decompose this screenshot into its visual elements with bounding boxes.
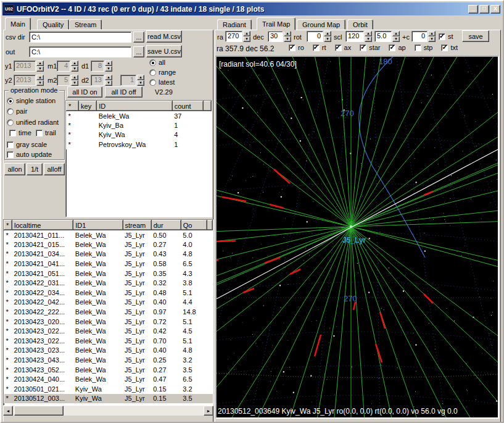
column-header[interactable]: stream <box>123 220 151 230</box>
column-header[interactable] <box>207 220 212 230</box>
column-header[interactable]: localtime <box>12 220 73 230</box>
tab-orbit[interactable]: Orbit <box>347 19 373 30</box>
column-header[interactable]: count <box>172 101 203 111</box>
column-header[interactable]: dur <box>151 220 181 230</box>
radio-latest[interactable]: latest <box>149 78 175 86</box>
m1-spinner[interactable]: ▲▼ <box>71 61 78 72</box>
m1-field[interactable]: 4 <box>57 61 70 72</box>
table-row[interactable]: *20130422_034...Belek_WaJ5_Lyr0.485.1 <box>4 288 213 298</box>
ra-spinner[interactable]: ▲▼ <box>243 31 250 42</box>
table-row[interactable]: *Kyiv_Ba1 <box>67 120 212 130</box>
tab-trail-map[interactable]: Trail Map <box>257 17 295 30</box>
scroll-thumb[interactable] <box>14 406 64 416</box>
ax-checkbox[interactable]: ax <box>335 44 352 51</box>
save-button[interactable]: save <box>462 30 489 42</box>
tab-quality[interactable]: Quality <box>37 19 69 30</box>
table-row[interactable]: *20130422_031...Belek_WaJ5_Lyr0.323.8 <box>4 278 213 288</box>
scroll-left-icon[interactable]: ◄ <box>3 406 13 416</box>
column-header[interactable]: * <box>4 220 12 230</box>
table-row[interactable]: *Petrovskoy_Wa1 <box>67 140 212 149</box>
radio-all[interactable]: all <box>149 59 165 66</box>
radio-pair[interactable]: pair <box>7 107 27 115</box>
out-input[interactable] <box>29 46 131 57</box>
txt-checkbox[interactable]: txt <box>441 44 458 51</box>
table-row[interactable]: *Kyiv_Wa4 <box>67 130 212 140</box>
column-header[interactable]: ID <box>97 101 173 111</box>
ro-checkbox[interactable]: ro <box>289 44 304 51</box>
scl2-spinner[interactable]: ▲▼ <box>392 31 400 42</box>
scl2-field[interactable]: 5.0 <box>374 31 392 42</box>
read-mcsv-button[interactable]: read M.csv <box>146 30 182 43</box>
column-header[interactable] <box>203 101 211 111</box>
star-checkbox[interactable]: star <box>360 44 380 51</box>
table-row[interactable]: *20130422_042...Belek_WaJ5_Lyr0.404.4 <box>4 298 213 308</box>
table-row[interactable]: *20130423_022...Belek_WaJ5_Lyr0.424.5 <box>4 326 213 336</box>
m2-spinner[interactable]: ▲▼ <box>71 75 78 86</box>
auto-update-checkbox[interactable]: auto update <box>7 151 52 158</box>
table-row[interactable]: *20130423_043...Belek_WaJ5_Lyr0.253.2 <box>4 355 213 365</box>
tab-ground-map[interactable]: Ground Map <box>297 19 345 30</box>
scroll-right-icon[interactable]: ► <box>204 406 213 416</box>
table-row[interactable]: *20130423_022...Belek_WaJ5_Lyr0.705.1 <box>4 336 213 346</box>
trail-checkbox[interactable]: trail <box>36 129 56 136</box>
table-row[interactable]: *20130421_041...Belek_WaJ5_Lyr0.586.5 <box>4 259 213 269</box>
table-row[interactable]: *20130421_051...Belek_WaJ5_Lyr0.354.3 <box>4 269 213 279</box>
table-row[interactable]: *20130501_021...Kyiv_WaJ5_Lyr0.153.2 <box>4 384 213 394</box>
latest-count-spinner[interactable]: ▲▼ <box>137 75 144 86</box>
tab-main[interactable]: Main <box>5 17 31 30</box>
all-id-on-button[interactable]: all ID on <box>67 86 102 98</box>
scroll-track[interactable] <box>64 406 204 416</box>
tab-radiant[interactable]: Radiant <box>217 19 252 30</box>
dec-spinner[interactable]: ▲▼ <box>284 31 291 42</box>
rt-checkbox[interactable]: rt <box>313 44 326 51</box>
table-row[interactable]: *20130421_011...Belek_WaJ5_Lyr0.505.0 <box>4 230 213 240</box>
scl-spinner[interactable]: ▲▼ <box>365 31 372 42</box>
c-spinner[interactable]: ▲▼ <box>428 31 436 42</box>
d2-field[interactable]: 13 <box>91 75 104 86</box>
table-row[interactable]: *20130424_040...Belek_WaJ5_Lyr0.476.5 <box>4 374 213 384</box>
st-checkbox[interactable]: st <box>439 33 453 40</box>
table-row[interactable]: *20130512_003...Kyiv_WaJ5_Lyr0.153.5 <box>4 394 213 404</box>
allon-button[interactable]: allon <box>4 163 25 175</box>
table-row[interactable]: *Belek_Wa37 <box>67 111 212 121</box>
tab-stream[interactable]: Stream <box>69 19 102 30</box>
column-header[interactable]: key <box>79 101 97 111</box>
radio-unified-radiant[interactable]: unified radiant <box>7 119 64 126</box>
table-row[interactable]: *20130422_222...Belek_WaJ5_Lyr0.9714.8 <box>4 307 213 317</box>
table-row[interactable]: *20130423_020...Belek_WaJ5_Lyr0.725.1 <box>4 317 213 327</box>
y1-field[interactable]: 2013 <box>14 61 36 72</box>
csv-dir-input[interactable] <box>29 31 131 43</box>
minimize-button[interactable]: _ <box>468 5 478 14</box>
y2-field[interactable]: 2013 <box>14 75 36 86</box>
table-row[interactable]: *20130423_023...Belek_WaJ5_Lyr0.404.8 <box>4 346 213 356</box>
gray-scale-checkbox[interactable]: gray scale <box>7 141 47 148</box>
rot-spinner[interactable]: ▲▼ <box>324 31 331 42</box>
table-row[interactable]: *20130423_052...Belek_WaJ5_Lyr0.273.5 <box>4 365 213 375</box>
d2-spinner[interactable]: ▲▼ <box>105 75 112 86</box>
out-browse-button[interactable]: ... <box>133 46 144 57</box>
observations-hscrollbar[interactable]: ◄ ► <box>3 406 213 416</box>
radio-single-station[interactable]: single station <box>7 97 56 104</box>
dec-field[interactable]: 30 <box>268 31 283 42</box>
one-per-t-button[interactable]: 1/t <box>27 163 43 175</box>
scl-field[interactable]: 120 <box>345 31 364 42</box>
y1-spinner[interactable]: ▲▼ <box>36 61 44 72</box>
d1-field[interactable]: 8 <box>91 61 104 72</box>
column-header[interactable]: * <box>67 101 79 111</box>
column-header[interactable]: ID1 <box>73 220 123 230</box>
stp-checkbox[interactable]: stp <box>415 44 433 51</box>
y2-spinner[interactable]: ▲▼ <box>36 75 44 86</box>
close-button[interactable]: X <box>490 5 500 14</box>
c-field[interactable]: 0 <box>411 31 428 42</box>
m2-field[interactable]: 5 <box>57 75 70 86</box>
latest-count-field[interactable]: 1 <box>120 75 136 86</box>
table-row[interactable]: *20130421_034...Belek_WaJ5_Lyr0.434.8 <box>4 249 213 259</box>
alloff-button[interactable]: alloff <box>44 163 65 175</box>
csv-dir-browse-button[interactable]: ... <box>133 31 144 43</box>
all-id-off-button[interactable]: all ID off <box>105 86 143 98</box>
ra-field[interactable]: 270 <box>225 31 242 42</box>
column-header[interactable]: Qo <box>181 220 207 230</box>
time-checkbox[interactable]: time <box>9 129 31 136</box>
table-row[interactable]: *20130421_015...Belek_WaJ5_Lyr0.274.0 <box>4 240 213 249</box>
d1-spinner[interactable]: ▲▼ <box>105 61 112 72</box>
